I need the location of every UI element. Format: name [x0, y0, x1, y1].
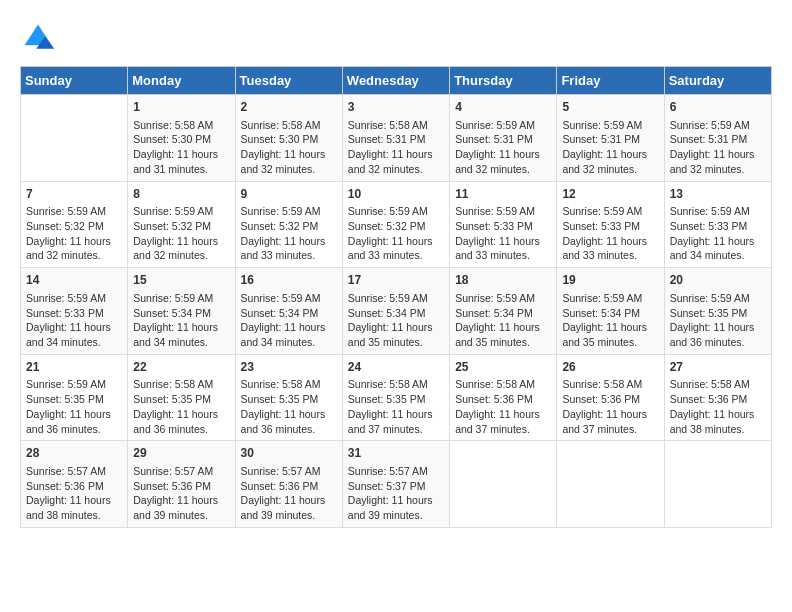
sunrise-text: Sunrise: 5:59 AM [455, 292, 535, 304]
calendar-cell: 28Sunrise: 5:57 AMSunset: 5:36 PMDayligh… [21, 441, 128, 528]
calendar-table: SundayMondayTuesdayWednesdayThursdayFrid… [20, 66, 772, 528]
sunrise-text: Sunrise: 5:59 AM [26, 205, 106, 217]
calendar-cell: 2Sunrise: 5:58 AMSunset: 5:30 PMDaylight… [235, 95, 342, 182]
day-number: 23 [241, 359, 337, 376]
calendar-cell: 11Sunrise: 5:59 AMSunset: 5:33 PMDayligh… [450, 181, 557, 268]
day-number: 22 [133, 359, 229, 376]
calendar-cell: 6Sunrise: 5:59 AMSunset: 5:31 PMDaylight… [664, 95, 771, 182]
daylight-text: Daylight: 11 hours and 34 minutes. [133, 321, 218, 348]
sunrise-text: Sunrise: 5:59 AM [26, 292, 106, 304]
sunrise-text: Sunrise: 5:59 AM [241, 292, 321, 304]
daylight-text: Daylight: 11 hours and 38 minutes. [670, 408, 755, 435]
calendar-cell: 17Sunrise: 5:59 AMSunset: 5:34 PMDayligh… [342, 268, 449, 355]
logo-icon [20, 20, 56, 56]
daylight-text: Daylight: 11 hours and 38 minutes. [26, 494, 111, 521]
sunset-text: Sunset: 5:30 PM [241, 133, 319, 145]
sunset-text: Sunset: 5:35 PM [348, 393, 426, 405]
sunset-text: Sunset: 5:36 PM [455, 393, 533, 405]
calendar-cell: 12Sunrise: 5:59 AMSunset: 5:33 PMDayligh… [557, 181, 664, 268]
sunrise-text: Sunrise: 5:58 AM [348, 119, 428, 131]
calendar-cell: 1Sunrise: 5:58 AMSunset: 5:30 PMDaylight… [128, 95, 235, 182]
header-friday: Friday [557, 67, 664, 95]
sunset-text: Sunset: 5:32 PM [241, 220, 319, 232]
sunrise-text: Sunrise: 5:59 AM [562, 205, 642, 217]
daylight-text: Daylight: 11 hours and 35 minutes. [348, 321, 433, 348]
daylight-text: Daylight: 11 hours and 32 minutes. [133, 235, 218, 262]
day-number: 28 [26, 445, 122, 462]
calendar-cell [557, 441, 664, 528]
daylight-text: Daylight: 11 hours and 34 minutes. [670, 235, 755, 262]
sunset-text: Sunset: 5:34 PM [455, 307, 533, 319]
sunrise-text: Sunrise: 5:59 AM [670, 205, 750, 217]
daylight-text: Daylight: 11 hours and 33 minutes. [241, 235, 326, 262]
daylight-text: Daylight: 11 hours and 37 minutes. [455, 408, 540, 435]
calendar-cell: 29Sunrise: 5:57 AMSunset: 5:36 PMDayligh… [128, 441, 235, 528]
daylight-text: Daylight: 11 hours and 32 minutes. [455, 148, 540, 175]
daylight-text: Daylight: 11 hours and 32 minutes. [348, 148, 433, 175]
sunrise-text: Sunrise: 5:59 AM [455, 119, 535, 131]
calendar-body: 1Sunrise: 5:58 AMSunset: 5:30 PMDaylight… [21, 95, 772, 528]
day-number: 11 [455, 186, 551, 203]
daylight-text: Daylight: 11 hours and 39 minutes. [133, 494, 218, 521]
sunset-text: Sunset: 5:32 PM [348, 220, 426, 232]
calendar-cell: 8Sunrise: 5:59 AMSunset: 5:32 PMDaylight… [128, 181, 235, 268]
header-sunday: Sunday [21, 67, 128, 95]
calendar-cell: 16Sunrise: 5:59 AMSunset: 5:34 PMDayligh… [235, 268, 342, 355]
daylight-text: Daylight: 11 hours and 34 minutes. [26, 321, 111, 348]
sunset-text: Sunset: 5:30 PM [133, 133, 211, 145]
sunset-text: Sunset: 5:31 PM [455, 133, 533, 145]
logo [20, 20, 60, 56]
daylight-text: Daylight: 11 hours and 32 minutes. [26, 235, 111, 262]
daylight-text: Daylight: 11 hours and 39 minutes. [348, 494, 433, 521]
daylight-text: Daylight: 11 hours and 34 minutes. [241, 321, 326, 348]
daylight-text: Daylight: 11 hours and 36 minutes. [133, 408, 218, 435]
day-number: 16 [241, 272, 337, 289]
daylight-text: Daylight: 11 hours and 36 minutes. [26, 408, 111, 435]
calendar-cell: 30Sunrise: 5:57 AMSunset: 5:36 PMDayligh… [235, 441, 342, 528]
day-number: 30 [241, 445, 337, 462]
calendar-cell: 20Sunrise: 5:59 AMSunset: 5:35 PMDayligh… [664, 268, 771, 355]
sunrise-text: Sunrise: 5:58 AM [455, 378, 535, 390]
week-row-0: 1Sunrise: 5:58 AMSunset: 5:30 PMDaylight… [21, 95, 772, 182]
calendar-cell: 21Sunrise: 5:59 AMSunset: 5:35 PMDayligh… [21, 354, 128, 441]
calendar-cell: 25Sunrise: 5:58 AMSunset: 5:36 PMDayligh… [450, 354, 557, 441]
sunrise-text: Sunrise: 5:58 AM [133, 378, 213, 390]
daylight-text: Daylight: 11 hours and 33 minutes. [348, 235, 433, 262]
calendar-cell: 3Sunrise: 5:58 AMSunset: 5:31 PMDaylight… [342, 95, 449, 182]
day-number: 3 [348, 99, 444, 116]
day-number: 29 [133, 445, 229, 462]
sunrise-text: Sunrise: 5:59 AM [455, 205, 535, 217]
sunset-text: Sunset: 5:36 PM [133, 480, 211, 492]
sunset-text: Sunset: 5:31 PM [670, 133, 748, 145]
day-number: 26 [562, 359, 658, 376]
calendar-cell [450, 441, 557, 528]
daylight-text: Daylight: 11 hours and 35 minutes. [562, 321, 647, 348]
sunrise-text: Sunrise: 5:57 AM [348, 465, 428, 477]
daylight-text: Daylight: 11 hours and 32 minutes. [670, 148, 755, 175]
sunset-text: Sunset: 5:34 PM [562, 307, 640, 319]
sunrise-text: Sunrise: 5:59 AM [562, 292, 642, 304]
sunrise-text: Sunrise: 5:58 AM [348, 378, 428, 390]
sunset-text: Sunset: 5:34 PM [241, 307, 319, 319]
sunset-text: Sunset: 5:35 PM [670, 307, 748, 319]
day-number: 18 [455, 272, 551, 289]
daylight-text: Daylight: 11 hours and 33 minutes. [562, 235, 647, 262]
sunset-text: Sunset: 5:35 PM [26, 393, 104, 405]
sunrise-text: Sunrise: 5:59 AM [562, 119, 642, 131]
calendar-cell: 18Sunrise: 5:59 AMSunset: 5:34 PMDayligh… [450, 268, 557, 355]
sunrise-text: Sunrise: 5:59 AM [133, 205, 213, 217]
sunrise-text: Sunrise: 5:58 AM [562, 378, 642, 390]
sunset-text: Sunset: 5:36 PM [670, 393, 748, 405]
sunset-text: Sunset: 5:35 PM [241, 393, 319, 405]
sunset-text: Sunset: 5:36 PM [562, 393, 640, 405]
calendar-cell [21, 95, 128, 182]
daylight-text: Daylight: 11 hours and 36 minutes. [241, 408, 326, 435]
daylight-text: Daylight: 11 hours and 32 minutes. [241, 148, 326, 175]
page-header [20, 20, 772, 56]
calendar-cell: 9Sunrise: 5:59 AMSunset: 5:32 PMDaylight… [235, 181, 342, 268]
week-row-2: 14Sunrise: 5:59 AMSunset: 5:33 PMDayligh… [21, 268, 772, 355]
sunrise-text: Sunrise: 5:59 AM [26, 378, 106, 390]
day-number: 31 [348, 445, 444, 462]
day-number: 13 [670, 186, 766, 203]
calendar-cell [664, 441, 771, 528]
